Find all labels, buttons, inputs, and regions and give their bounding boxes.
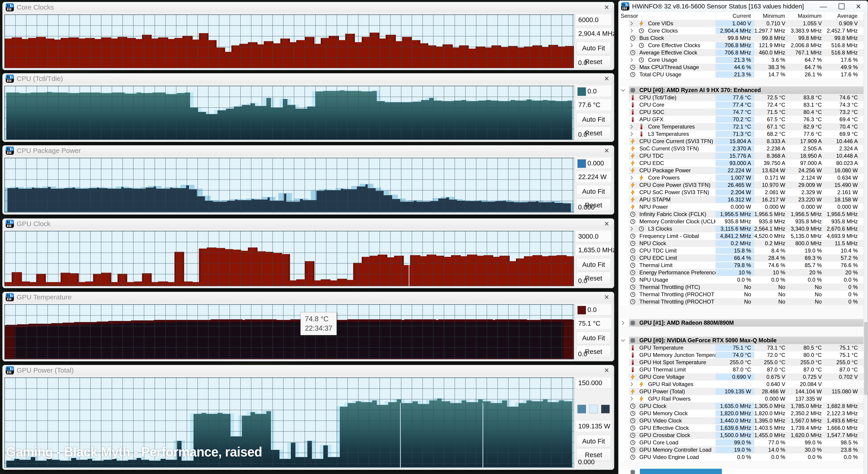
sensor-row-total-cpu-usage[interactable]: Total CPU Usage 21.3 % 14.7 % 26.1 % 17.… xyxy=(618,71,864,78)
chevron-right-icon[interactable] xyxy=(629,396,638,402)
sensor-row-thermal-throttling-prochot-cpu[interactable]: Thermal Throttling (PROCHOT CPU) No No N… xyxy=(618,291,864,298)
sensor-row-gpu-memory-controller-load[interactable]: GPU Memory Controller Load 19.0 % 14.0 %… xyxy=(618,446,864,453)
sensor-row-core-vids[interactable]: Core VIDs 1.040 V 0.710 V 1.055 V 0.909 … xyxy=(618,20,864,27)
series-color-swatch[interactable] xyxy=(589,405,598,413)
sensor-row-gpu-clock[interactable]: GPU Clock 1,635.0 MHz 1,305.0 MHz 1,785.… xyxy=(618,403,864,410)
sensor-row-core-effective-clocks[interactable]: Core Effective Clocks 706.8 MHz 121.9 MH… xyxy=(618,42,864,49)
window-titlebar[interactable]: CPU (Tctl/Tdie) × xyxy=(2,73,614,84)
plot-area[interactable] xyxy=(4,158,574,213)
column-header-sensor[interactable]: Sensor xyxy=(618,12,715,20)
sensor-row-l3-clocks[interactable]: L3 Clocks 3,115.6 MHz 2,564.1 MHz 3,340.… xyxy=(618,225,864,232)
sensor-row-cpu-tctl-tdie[interactable]: CPU (Tctl/Tdie) 77.6 °C 72.5 °C 83.8 °C … xyxy=(618,94,864,101)
minimize-button[interactable]: — xyxy=(815,1,831,12)
sensor-row-npu-usage[interactable]: NPU Usage 0.0 % 0.0 % 0.0 % 0.0 % xyxy=(618,276,864,283)
auto-fit-button[interactable]: Auto Fit xyxy=(576,331,611,344)
partial-row[interactable] xyxy=(618,469,864,474)
sensor-row-cpu-core-current-svi3-tfn[interactable]: CPU Core Current (SVI3 TFN) 15.804 A 8.3… xyxy=(618,138,864,145)
sensor-row-memory-controller-clock-uclk[interactable]: Memory Controller Clock (UCLK) 935.8 MHz… xyxy=(618,218,864,225)
scrollbar-thumb[interactable] xyxy=(864,322,867,395)
sensor-row-gpu-memory-clock[interactable]: GPU Memory Clock 1,820.0 MHz 1,820.0 MHz… xyxy=(618,410,864,417)
section-header-gpu-1-amd-radeon-880m-890m[interactable]: GPU [#1]: AMD Radeon 880M/890M xyxy=(618,319,864,326)
window-titlebar[interactable]: GPU Clock × xyxy=(2,219,614,229)
plot-area[interactable] xyxy=(4,86,574,140)
series-color-swatch[interactable] xyxy=(578,405,586,413)
sensor-row-core-clocks[interactable]: Core Clocks 2,904.4 MHz 1,297.7 MHz 3,38… xyxy=(618,27,864,34)
sensor-row-max-cpu-thread-usage[interactable]: Max CPU/Thread Usage 44.6 % 38.3 % 64.7 … xyxy=(618,64,864,71)
close-icon[interactable]: × xyxy=(604,2,609,12)
series-color-swatch[interactable] xyxy=(578,87,586,96)
sensor-row-gpu-crossbar-clock[interactable]: GPU Crossbar Clock 1,500.0 MHz 1,455.0 M… xyxy=(618,432,864,439)
window-titlebar[interactable]: GPU Power (Total) × xyxy=(2,365,614,376)
chevron-right-icon[interactable] xyxy=(629,28,638,33)
sensor-row-gpu-thermal-limit[interactable]: GPU Thermal Limit 87.0 °C 87.0 °C 87.0 °… xyxy=(618,366,864,373)
plot-area[interactable] xyxy=(4,14,574,68)
section-header-gpu-0-nvidia-geforce-rtx-5090-max-q-mobile[interactable]: GPU [#0]: NVIDIA GeForce RTX 5090 Max-Q … xyxy=(618,337,864,344)
auto-fit-button[interactable]: Auto Fit xyxy=(576,258,611,271)
close-icon[interactable]: × xyxy=(604,146,609,155)
sensor-row-cpu-package-power[interactable]: CPU Package Power 22.224 W 13.624 W 24.2… xyxy=(618,167,864,174)
sensor-row-gpu-rail-powers[interactable]: GPU Rail Powers 0.000 W 137.335 W xyxy=(618,395,864,403)
sensor-row-infinity-fabric-clock-fclk[interactable]: Infinity Fabric Clock (FCLK) 1,956.5 MHz… xyxy=(618,211,864,218)
sensor-row-npu-power[interactable]: NPU Power 0.000 W 0.000 W 0.000 W 0.000 … xyxy=(618,203,864,211)
sensor-row-thermal-limit[interactable]: Thermal Limit 79.8 % 74.6 % 85.7 % 76.6 … xyxy=(618,262,864,269)
sensor-row-gpu-effective-clock[interactable]: GPU Effective Clock 1,639.6 MHz 1,403.5 … xyxy=(618,424,864,432)
sensor-row-cpu-soc[interactable]: CPU SOC 74.7 °C 71.5 °C 80.4 °C 73.2 °C xyxy=(618,108,864,116)
sensor-row-gpu-core-voltage[interactable]: GPU Core Voltage 0.690 V 0.675 V 0.725 V… xyxy=(618,373,864,381)
sensor-row-gpu-power-total[interactable]: GPU Power (Total) 109.135 W 28.466 W 144… xyxy=(618,388,864,395)
sensor-row-gpu-memory-junction-temperature[interactable]: GPU Memory Junction Temperature 74.0 °C … xyxy=(618,351,864,359)
sensor-row-average-effective-clock[interactable]: Average Effective Clock 706.8 MHz 460.0 … xyxy=(618,49,864,56)
auto-fit-button[interactable]: Auto Fit xyxy=(576,42,611,55)
maximize-button[interactable] xyxy=(834,1,849,12)
sensor-row-gpu-video-engine-load[interactable]: GPU Video Engine Load 0.0 % 0.0 % 0.0 % … xyxy=(618,453,864,461)
vertical-scrollbar[interactable] xyxy=(863,12,868,474)
column-header-minimum[interactable]: Minimum xyxy=(754,12,788,20)
sensor-row-gpu-temperature[interactable]: GPU Temperature 75.1 °C 73.1 °C 80.5 °C … xyxy=(618,344,864,351)
sensor-row-apu-gfx[interactable]: APU GFX 70.2 °C 67.5 °C 76.3 °C 69.4 °C xyxy=(618,116,864,123)
sensor-row-thermal-throttling-htc[interactable]: Thermal Throttling (HTC) No No No 0 % xyxy=(618,283,864,291)
chevron-right-icon[interactable] xyxy=(629,57,638,63)
window-titlebar[interactable]: Core Clocks × xyxy=(2,2,614,12)
chevron-right-icon[interactable] xyxy=(629,381,638,387)
sensor-row-cpu-core-power-svi3-tfn[interactable]: CPU Core Power (SVI3 TFN) 26.465 W 10.97… xyxy=(618,181,864,189)
close-icon[interactable]: × xyxy=(604,292,609,302)
auto-fit-button[interactable]: Auto Fit xyxy=(576,113,611,126)
column-header-maximum[interactable]: Maximum xyxy=(788,12,825,20)
sensor-row-cpu-edc[interactable]: CPU EDC 93.000 A 39.750 A 97.000 A 80.02… xyxy=(618,160,864,167)
sensor-row-core-temperatures[interactable]: Core Temperatures 72.1 °C 67.1 °C 82.9 °… xyxy=(618,123,864,130)
sensor-row-cpu-tdc-limit[interactable]: CPU TDC Limit 15.8 % 8.4 % 19.0 % 10.4 % xyxy=(618,247,864,254)
series-color-swatch[interactable] xyxy=(578,159,586,168)
sensor-row-thermal-throttling-prochot-ext[interactable]: Thermal Throttling (PROCHOT EXT) No No N… xyxy=(618,298,864,305)
chevron-right-icon[interactable] xyxy=(629,131,638,137)
chevron-right-icon[interactable] xyxy=(629,175,638,181)
sensor-row-frequency-limit-global[interactable]: Frequency Limit - Global 4,841.2 MHz 4,5… xyxy=(618,232,864,240)
sensor-row-npu-clock[interactable]: NPU Clock 0.2 MHz 0.2 MHz 800.0 MHz 11.5… xyxy=(618,240,864,247)
sensor-row-cpu-edc-limit[interactable]: CPU EDC Limit 66.4 % 28.4 % 69.3 % 57.2 … xyxy=(618,254,864,262)
series-color-swatch[interactable] xyxy=(578,306,586,314)
sensor-row-gpu-core-load[interactable]: GPU Core Load 99.0 % 77.0 % 99.0 % 98.5 … xyxy=(618,439,864,446)
window-titlebar[interactable]: GPU Temperature × xyxy=(2,292,614,303)
column-header-average[interactable]: Average xyxy=(825,12,864,20)
column-header-current[interactable]: Current xyxy=(715,12,754,20)
sensor-row-apu-stapm[interactable]: APU STAPM 16.312 W 16.217 W 23.220 W 18.… xyxy=(618,196,864,203)
chevron-right-icon[interactable] xyxy=(629,226,638,231)
series-color-swatch[interactable] xyxy=(601,405,610,413)
series-color-swatches[interactable] xyxy=(575,405,612,413)
auto-fit-button[interactable]: Auto Fit xyxy=(576,435,611,448)
sensor-row-gpu-video-clock[interactable]: GPU Video Clock 1,440.0 MHz 1,395.0 MHz … xyxy=(618,417,864,424)
close-button[interactable]: × xyxy=(850,1,866,12)
sensor-row-soc-current-svi3-tfn[interactable]: SoC Current (SVI3 TFN) 2.370 A 2.238 A 2… xyxy=(618,145,864,152)
chevron-down-icon[interactable] xyxy=(620,338,628,343)
chevron-right-icon[interactable] xyxy=(620,320,628,326)
section-header-cpu-0-amd-ryzen-ai-9-hx-370-enhanced[interactable]: CPU [#0]: AMD Ryzen AI 9 HX 370: Enhance… xyxy=(618,86,864,94)
auto-fit-button[interactable]: Auto Fit xyxy=(576,185,611,198)
close-icon[interactable]: × xyxy=(604,74,609,84)
close-icon[interactable]: × xyxy=(604,366,609,375)
sensor-row-gpu-hot-spot-temperature[interactable]: GPU Hot Spot Temperature 255.0 °C 255.0 … xyxy=(618,359,864,366)
sensor-row-energy-performance-preference[interactable]: Energy Performance Preference 10 % 10 % … xyxy=(618,269,864,276)
sensor-row-bus-clock[interactable]: Bus Clock 99.8 MHz 99.8 MHz 99.8 MHz 99.… xyxy=(618,34,864,42)
sensor-row-core-usage[interactable]: Core Usage 21.3 % 3.6 % 64.7 % 17.6 % xyxy=(618,56,864,64)
sensor-row-gpu-rail-voltages[interactable]: GPU Rail Voltages 0.640 V 20.084 V xyxy=(618,381,864,388)
plot-area[interactable]: 74.8 °C22:34:37 xyxy=(4,304,574,359)
sensor-row-cpu-core[interactable]: CPU Core 77.4 °C 72.4 °C 83.1 °C 74.3 °C xyxy=(618,101,864,108)
chevron-right-icon[interactable] xyxy=(629,124,638,129)
